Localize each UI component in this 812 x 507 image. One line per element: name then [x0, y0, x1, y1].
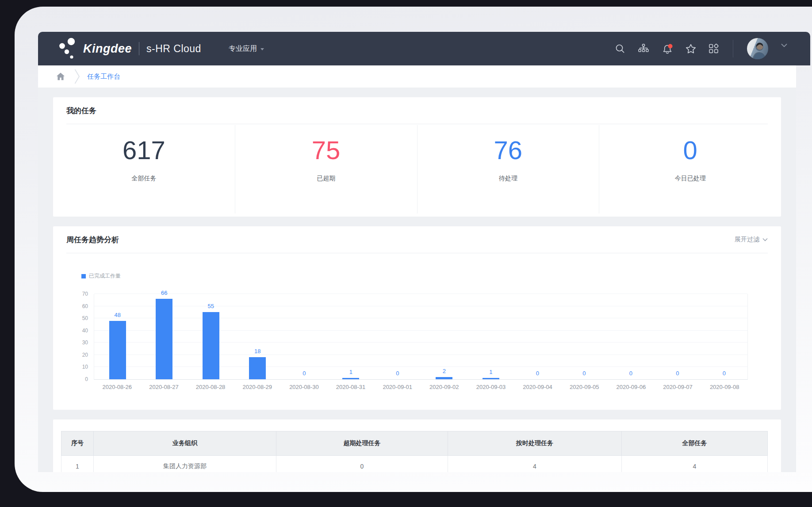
notification-bell-icon[interactable] — [662, 43, 672, 54]
bar-cell-2020-08-31[interactable]: 1 — [328, 294, 375, 379]
profile-chevron-down-icon[interactable] — [781, 43, 787, 54]
bar-cell-2020-08-26[interactable]: 48 — [94, 294, 141, 379]
org-table-row[interactable]: 1集团人力资源部044 — [61, 456, 768, 473]
bar-cell-2020-08-28[interactable]: 55 — [188, 294, 234, 379]
bar[interactable] — [249, 357, 266, 379]
y-axis-tick-label: 60 — [82, 304, 88, 309]
navbar-divider — [733, 40, 733, 57]
bar[interactable] — [342, 378, 359, 379]
x-axis-tick-label: 2020-09-06 — [608, 384, 655, 390]
stat-value: 75 — [235, 137, 417, 164]
home-icon[interactable] — [56, 72, 65, 81]
favorites-star-icon[interactable] — [685, 43, 696, 54]
bar-cell-2020-09-07[interactable]: 0 — [654, 294, 701, 379]
kingdee-logo-icon — [58, 37, 78, 61]
breadcrumb-current[interactable]: 任务工作台 — [87, 72, 120, 81]
breadcrumb: 任务工作台 — [38, 65, 796, 88]
org-table-card: 序号业务组织超期处理任务按时处理任务全部任务 1集团人力资源部044 — [53, 419, 781, 472]
menu-label: 专业应用 — [229, 44, 257, 53]
bar-value-label: 0 — [701, 370, 748, 377]
bar[interactable] — [483, 378, 499, 379]
bar[interactable] — [436, 377, 452, 380]
bar-cell-2020-08-27[interactable]: 66 — [141, 294, 188, 379]
x-axis-tick-label: 2020-09-01 — [374, 384, 421, 390]
y-axis-tick-label: 10 — [82, 364, 88, 370]
brand-name: Kingdee — [83, 42, 132, 56]
org-tree-icon[interactable] — [638, 43, 649, 54]
bar-value-label: 2 — [421, 368, 468, 374]
user-avatar[interactable] — [747, 38, 768, 59]
expand-filter-label: 展开过滤 — [735, 236, 759, 244]
x-axis-tick-label: 2020-09-02 — [421, 384, 467, 390]
stat-label: 已超期 — [235, 175, 417, 183]
my-tasks-title: 我的任务 — [66, 106, 96, 116]
stat-label: 今日已处理 — [599, 175, 781, 183]
stat-value: 617 — [53, 137, 235, 164]
org-table-header-cell: 全部任务 — [622, 431, 768, 456]
x-axis-tick-label: 2020-08-27 — [141, 384, 188, 390]
y-axis-tick-label: 70 — [82, 291, 88, 297]
bar-cell-2020-09-01[interactable]: 0 — [374, 294, 421, 379]
y-axis-tick-label: 0 — [85, 377, 88, 382]
stat-label: 待处理 — [417, 175, 599, 183]
bar-cell-2020-09-06[interactable]: 0 — [608, 294, 655, 379]
page-content: 我的任务 617全部任务75已超期76待处理0今日已处理 周任务趋势分析 展开过… — [38, 88, 796, 472]
search-icon[interactable] — [615, 43, 625, 54]
bar-cell-2020-09-04[interactable]: 0 — [514, 294, 561, 379]
org-table-head: 序号业务组织超期处理任务按时处理任务全部任务 — [61, 431, 768, 456]
bar-value-label: 48 — [94, 312, 141, 318]
navbar-left-group: Kingdee s-HR Cloud 专业应用 — [38, 37, 264, 61]
x-axis-tick-label: 2020-09-08 — [701, 384, 748, 390]
trend-title: 周任务趋势分析 — [66, 235, 119, 245]
navbar-right-group — [615, 38, 787, 59]
y-axis-tick-label: 20 — [82, 352, 88, 358]
org-table-cell: 集团人力资源部 — [94, 456, 276, 473]
menu-professional-apps[interactable]: 专业应用 — [229, 44, 264, 53]
bar[interactable] — [109, 321, 126, 379]
x-axis-tick-label: 2020-08-30 — [281, 384, 328, 390]
expand-filter-toggle[interactable]: 展开过滤 — [735, 236, 768, 244]
breadcrumb-separator-icon — [74, 69, 80, 84]
x-axis-tick-label: 2020-09-03 — [467, 384, 514, 390]
legend-label: 已完成工作量 — [89, 272, 121, 280]
x-axis-tick-label: 2020-09-04 — [514, 384, 561, 390]
y-axis-tick-label: 50 — [82, 316, 88, 321]
bar-cell-2020-08-30[interactable]: 0 — [281, 294, 328, 379]
top-navbar: Kingdee s-HR Cloud 专业应用 — [38, 32, 810, 65]
apps-grid-icon[interactable] — [709, 43, 719, 54]
stat-value: 76 — [417, 137, 599, 164]
bar-value-label: 55 — [188, 303, 234, 309]
org-table-cell: 0 — [276, 456, 448, 473]
brand-divider — [139, 42, 139, 55]
stats-row: 617全部任务75已超期76待处理0今日已处理 — [53, 125, 781, 213]
bar-cell-2020-09-03[interactable]: 1 — [467, 294, 514, 379]
x-axis-tick-label: 2020-09-05 — [561, 384, 608, 390]
my-tasks-header: 我的任务 — [66, 97, 768, 124]
stat-cell-3[interactable]: 0今日已处理 — [599, 125, 781, 213]
bar[interactable] — [156, 299, 172, 379]
stat-cell-1[interactable]: 75已超期 — [235, 125, 417, 213]
notification-dot — [668, 44, 673, 49]
product-name: s-HR Cloud — [146, 43, 201, 55]
bar-value-label: 0 — [561, 370, 608, 377]
filter-chevron-down-icon — [762, 238, 768, 241]
y-axis-tick-label: 40 — [82, 328, 88, 333]
x-axis-tick-label: 2020-08-31 — [327, 384, 374, 390]
caret-down-icon — [260, 48, 264, 50]
x-axis-tick-label: 2020-09-07 — [655, 384, 701, 390]
org-table-header-cell: 序号 — [61, 431, 94, 456]
bar-cell-2020-09-08[interactable]: 0 — [701, 294, 748, 379]
bar[interactable] — [203, 312, 219, 379]
stat-cell-2[interactable]: 76待处理 — [417, 125, 599, 213]
stat-cell-0[interactable]: 617全部任务 — [53, 125, 235, 213]
trend-card: 周任务趋势分析 展开过滤 已完成工作量 01020304050607048665… — [53, 226, 781, 410]
bar-cell-2020-09-02[interactable]: 2 — [421, 294, 468, 379]
bar-value-label: 66 — [141, 290, 188, 296]
org-table: 序号业务组织超期处理任务按时处理任务全部任务 1集团人力资源部044 — [61, 431, 768, 472]
chart-legend-item[interactable]: 已完成工作量 — [81, 272, 121, 280]
org-table-cell: 1 — [61, 456, 94, 473]
bar-value-label: 1 — [467, 369, 514, 375]
bar-cell-2020-08-29[interactable]: 18 — [234, 294, 281, 379]
org-table-header-cell: 超期处理任务 — [276, 431, 448, 456]
bar-cell-2020-09-05[interactable]: 0 — [561, 294, 608, 379]
